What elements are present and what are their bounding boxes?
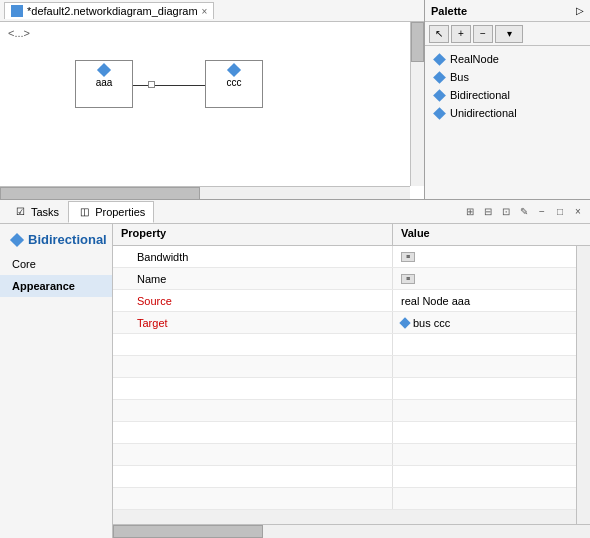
tab-properties[interactable]: ◫ Properties	[68, 201, 154, 223]
title-label: Bidirectional	[28, 232, 107, 247]
target-value-diamond	[399, 317, 410, 328]
table-row	[113, 488, 590, 510]
properties-table-area: Property Value Bandwidth ≡ Name ≡	[113, 224, 590, 538]
table-row	[113, 444, 590, 466]
palette-expand-icon[interactable]: ▷	[576, 5, 584, 16]
cell-value-name: ≡	[393, 268, 590, 289]
diagram-tab[interactable]: *default2.networkdiagram_diagram ×	[4, 2, 214, 19]
node-aaa-label: aaa	[96, 77, 113, 88]
palette-title: Palette	[431, 5, 467, 17]
properties-tab-label: Properties	[95, 206, 145, 218]
node-aaa[interactable]: aaa	[75, 60, 133, 108]
close-button[interactable]: ×	[570, 204, 586, 220]
cell-property-name: Name	[113, 268, 393, 289]
breadcrumb: <...>	[8, 27, 30, 39]
table-row	[113, 356, 590, 378]
unidirectional-label: Unidirectional	[450, 107, 517, 119]
palette-zoom-out-button[interactable]: −	[473, 25, 493, 43]
cell-value-source: real Node aaa	[393, 290, 590, 311]
table-horizontal-scrollbar[interactable]	[113, 524, 590, 538]
table-vertical-scrollbar[interactable]	[576, 246, 590, 524]
name-value-icon: ≡	[401, 274, 415, 284]
properties-tab-bar: ☑ Tasks ◫ Properties ⊞ ⊟ ⊡ ✎ − □ ×	[0, 200, 590, 224]
diagram-tab-label: *default2.networkdiagram_diagram	[27, 5, 198, 17]
cell-property-bandwidth: Bandwidth	[113, 246, 393, 267]
tab-controls: ⊞ ⊟ ⊡ ✎ − □ ×	[462, 204, 586, 220]
cell-property-target: Target	[113, 312, 393, 333]
properties-rows: Bandwidth ≡ Name ≡ Source real Node aaa	[113, 246, 590, 524]
properties-sidebar: Bidirectional Core Appearance	[0, 224, 113, 538]
bandwidth-value-icon: ≡	[401, 252, 415, 262]
connection-handle	[148, 81, 155, 88]
properties-tab-icon: ◫	[77, 205, 91, 219]
unidirectional-icon	[433, 107, 446, 120]
node-ccc-icon	[227, 63, 241, 77]
realnode-label: RealNode	[450, 53, 499, 65]
canvas-h-scroll-thumb[interactable]	[0, 187, 200, 199]
bidirectional-label: Bidirectional	[450, 89, 510, 101]
properties-title: Bidirectional	[0, 224, 112, 253]
table-row	[113, 466, 590, 488]
cell-property-source: Source	[113, 290, 393, 311]
other-layout-button[interactable]: ⊡	[498, 204, 514, 220]
edit-button[interactable]: ✎	[516, 204, 532, 220]
connection-line	[133, 85, 205, 86]
row-layout-button[interactable]: ⊟	[480, 204, 496, 220]
col-value-header: Value	[393, 224, 590, 245]
table-row	[113, 400, 590, 422]
canvas-v-scroll-thumb[interactable]	[411, 22, 424, 62]
table-row	[113, 334, 590, 356]
realnode-icon	[433, 53, 446, 66]
properties-content: Bidirectional Core Appearance Property V…	[0, 224, 590, 538]
diagram-tab-bar: *default2.networkdiagram_diagram ×	[0, 0, 424, 22]
table-row	[113, 378, 590, 400]
bidirectional-icon	[433, 89, 446, 102]
tasks-tab-icon: ☑	[13, 205, 27, 219]
palette-item-realnode[interactable]: RealNode	[425, 50, 590, 68]
diagram-tab-close[interactable]: ×	[202, 6, 208, 17]
palette-items-list: RealNode Bus Bidirectional Unidirectiona…	[425, 46, 590, 126]
table-row: Name ≡	[113, 268, 590, 290]
palette-item-unidirectional[interactable]: Unidirectional	[425, 104, 590, 122]
sidebar-items: Core Appearance	[0, 253, 112, 297]
palette-dropdown-button[interactable]: ▾	[495, 25, 523, 43]
cell-value-bandwidth: ≡	[393, 246, 590, 267]
table-row: Bandwidth ≡	[113, 246, 590, 268]
col-property-header: Property	[113, 224, 393, 245]
palette-item-bidirectional[interactable]: Bidirectional	[425, 86, 590, 104]
maximize-button[interactable]: □	[552, 204, 568, 220]
canvas-vertical-scrollbar[interactable]	[410, 22, 424, 186]
diagram-panel: *default2.networkdiagram_diagram × <...>…	[0, 0, 425, 199]
sidebar-item-appearance[interactable]: Appearance	[0, 275, 112, 297]
tab-tasks[interactable]: ☑ Tasks	[4, 201, 68, 223]
table-row: Source real Node aaa	[113, 290, 590, 312]
table-row: Target bus ccc	[113, 312, 590, 334]
canvas-horizontal-scrollbar[interactable]	[0, 186, 410, 199]
node-aaa-icon	[97, 63, 111, 77]
palette-cursor-button[interactable]: ↖	[429, 25, 449, 43]
table-header: Property Value	[113, 224, 590, 246]
cell-value-target: bus ccc	[393, 312, 590, 333]
palette-panel: Palette ▷ ↖ + − ▾ RealNode Bus Bidirecti…	[425, 0, 590, 199]
bus-icon	[433, 71, 446, 84]
node-ccc-label: ccc	[227, 77, 242, 88]
col-layout-button[interactable]: ⊞	[462, 204, 478, 220]
title-diamond-icon	[10, 232, 24, 246]
table-h-scroll-thumb[interactable]	[113, 525, 263, 538]
palette-item-bus[interactable]: Bus	[425, 68, 590, 86]
palette-header: Palette ▷	[425, 0, 590, 22]
bus-label: Bus	[450, 71, 469, 83]
tasks-tab-label: Tasks	[31, 206, 59, 218]
bottom-area: ☑ Tasks ◫ Properties ⊞ ⊟ ⊡ ✎ − □ × Bidir…	[0, 200, 590, 538]
palette-toolbar: ↖ + − ▾	[425, 22, 590, 46]
diagram-canvas[interactable]: <...> aaa ccc	[0, 22, 424, 199]
table-row	[113, 422, 590, 444]
palette-zoom-in-button[interactable]: +	[451, 25, 471, 43]
node-ccc[interactable]: ccc	[205, 60, 263, 108]
sidebar-item-core[interactable]: Core	[0, 253, 112, 275]
minimize-button[interactable]: −	[534, 204, 550, 220]
diagram-tab-icon	[11, 5, 23, 17]
